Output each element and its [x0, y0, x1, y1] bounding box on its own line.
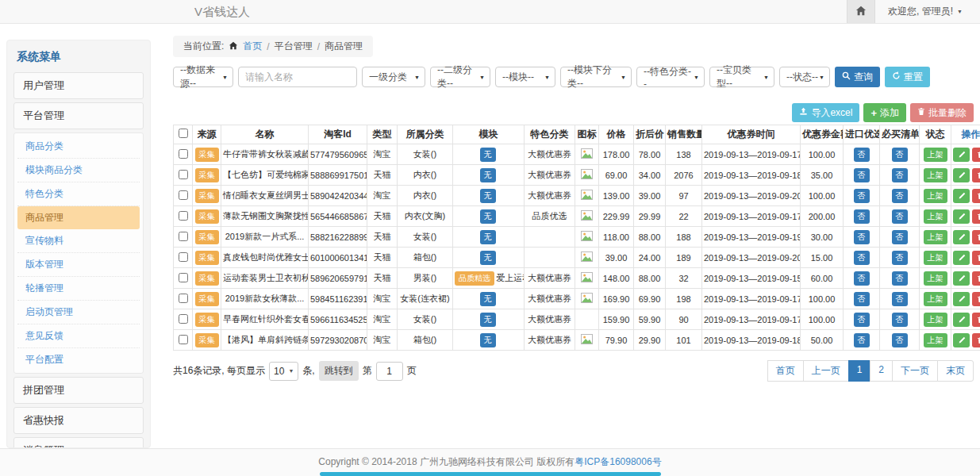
edit-button[interactable] [953, 230, 970, 244]
edit-button[interactable] [953, 292, 970, 306]
sidebar-subitem[interactable]: 模块商品分类 [17, 159, 140, 182]
row-checkbox[interactable] [179, 190, 188, 200]
status-badge[interactable]: 上架 [924, 168, 947, 182]
delete-button[interactable] [972, 209, 980, 224]
filter-select-module[interactable]: --模块--▼ [495, 67, 555, 87]
name-search-input[interactable] [238, 67, 357, 87]
edit-button[interactable] [953, 271, 970, 286]
must-buy-toggle[interactable]: 否 [892, 271, 908, 286]
filter-select-data-source[interactable]: --数据来源--▼ [173, 67, 233, 87]
edit-button[interactable] [953, 251, 970, 265]
edit-button[interactable] [953, 189, 970, 203]
delete-button[interactable] [972, 271, 980, 286]
jump-button[interactable]: 跳转到 [319, 361, 359, 381]
edit-button[interactable] [953, 313, 970, 327]
delete-button[interactable] [972, 189, 980, 203]
edit-button[interactable] [953, 168, 970, 182]
status-badge[interactable]: 上架 [924, 230, 947, 244]
sidebar-subitem[interactable]: 商品管理 [17, 206, 140, 229]
sidebar-item-platform-mgmt[interactable]: 平台管理 [13, 102, 144, 129]
status-badge[interactable]: 上架 [924, 209, 947, 224]
sidebar-item-user-mgmt[interactable]: 用户管理 [13, 72, 144, 99]
must-buy-toggle[interactable]: 否 [892, 230, 908, 244]
sidebar-subitem[interactable]: 启动页管理 [17, 301, 140, 324]
module-badge[interactable]: 无 [480, 292, 496, 306]
page-button[interactable]: 末页 [937, 360, 974, 382]
row-checkbox[interactable] [179, 232, 188, 241]
must-buy-toggle[interactable]: 否 [892, 168, 908, 182]
module-badge[interactable]: 品质精选 [455, 271, 494, 286]
must-buy-toggle[interactable]: 否 [892, 148, 908, 162]
row-checkbox[interactable] [179, 149, 188, 159]
import-select-toggle[interactable]: 否 [854, 292, 870, 306]
module-badge[interactable]: 无 [480, 333, 496, 347]
breadcrumb-level2[interactable]: 商品管理 [325, 40, 363, 53]
delete-button[interactable] [972, 168, 980, 182]
module-badge[interactable]: 无 [480, 251, 496, 265]
row-checkbox[interactable] [179, 252, 188, 262]
must-buy-toggle[interactable]: 否 [892, 209, 908, 224]
row-checkbox[interactable] [179, 211, 188, 221]
filter-select-module-sub[interactable]: --模块下分类--▼ [560, 67, 632, 87]
import-select-toggle[interactable]: 否 [854, 209, 870, 224]
edit-button[interactable] [953, 148, 970, 162]
page-button[interactable]: 上一页 [803, 360, 849, 382]
delete-button[interactable] [972, 148, 980, 162]
search-button[interactable]: 查询 [835, 67, 880, 87]
module-badge[interactable]: 无 [480, 230, 496, 244]
icp-link[interactable]: 粤ICP备16098006号 [575, 456, 661, 467]
row-checkbox[interactable] [179, 335, 188, 344]
sidebar-item[interactable]: 省惠快报 [13, 407, 144, 434]
row-checkbox[interactable] [179, 294, 188, 303]
sidebar-subitem[interactable]: 特色分类 [17, 182, 140, 206]
module-badge[interactable]: 无 [480, 148, 496, 162]
module-badge[interactable]: 无 [480, 168, 496, 182]
import-select-toggle[interactable]: 否 [854, 230, 870, 244]
filter-select-status[interactable]: --状态--▼ [779, 67, 830, 87]
filter-select-feature[interactable]: --特色分类--▼ [636, 67, 705, 87]
import-select-toggle[interactable]: 否 [854, 168, 870, 182]
delete-button[interactable] [972, 292, 980, 306]
per-page-select[interactable]: 10▼ [269, 362, 298, 381]
sidebar-item[interactable]: 拼团管理 [13, 377, 144, 404]
row-checkbox[interactable] [179, 314, 188, 324]
import-select-toggle[interactable]: 否 [854, 251, 870, 265]
breadcrumb-level1[interactable]: 平台管理 [275, 40, 313, 53]
module-badge[interactable]: 无 [480, 313, 496, 327]
edit-button[interactable] [953, 333, 970, 347]
delete-button[interactable] [972, 333, 980, 347]
status-badge[interactable]: 上架 [924, 313, 947, 327]
import-select-toggle[interactable]: 否 [854, 148, 870, 162]
sidebar-subitem[interactable]: 宣传物料 [17, 229, 140, 253]
sidebar-item[interactable]: 消息管理 [13, 437, 144, 448]
must-buy-toggle[interactable]: 否 [892, 333, 908, 347]
must-buy-toggle[interactable]: 否 [892, 313, 908, 327]
filter-select-item-type[interactable]: --宝贝类型--▼ [709, 67, 774, 87]
sidebar-subitem[interactable]: 意见反馈 [17, 324, 140, 348]
batch-delete-button[interactable]: 批量删除 [910, 103, 974, 122]
add-button[interactable]: + 添加 [863, 103, 906, 122]
delete-button[interactable] [972, 251, 980, 265]
reset-button[interactable]: 重置 [885, 67, 930, 87]
horizontal-scrollbar-thumb[interactable] [320, 472, 661, 476]
module-badge[interactable]: 无 [480, 209, 496, 224]
status-badge[interactable]: 上架 [924, 333, 947, 347]
sidebar-subitem[interactable]: 轮播管理 [17, 277, 140, 301]
page-button[interactable]: 首页 [767, 360, 804, 382]
delete-button[interactable] [972, 230, 980, 244]
page-button[interactable]: 1 [848, 360, 871, 382]
filter-select-category2[interactable]: --二级分类--▼ [430, 67, 490, 87]
must-buy-toggle[interactable]: 否 [892, 189, 908, 203]
import-select-toggle[interactable]: 否 [854, 333, 870, 347]
sidebar-subitem[interactable]: 平台配置 [17, 348, 140, 371]
import-excel-button[interactable]: 导入excel [792, 103, 859, 122]
select-all-checkbox[interactable] [179, 129, 188, 138]
filter-select-category1[interactable]: 一级分类▼ [362, 67, 425, 87]
import-select-toggle[interactable]: 否 [854, 313, 870, 327]
sidebar-subitem[interactable]: 版本管理 [17, 253, 140, 277]
edit-button[interactable] [953, 209, 970, 224]
import-select-toggle[interactable]: 否 [854, 271, 870, 286]
must-buy-toggle[interactable]: 否 [892, 292, 908, 306]
jump-page-input[interactable] [376, 362, 403, 381]
sidebar-subitem[interactable]: 商品分类 [17, 135, 140, 159]
